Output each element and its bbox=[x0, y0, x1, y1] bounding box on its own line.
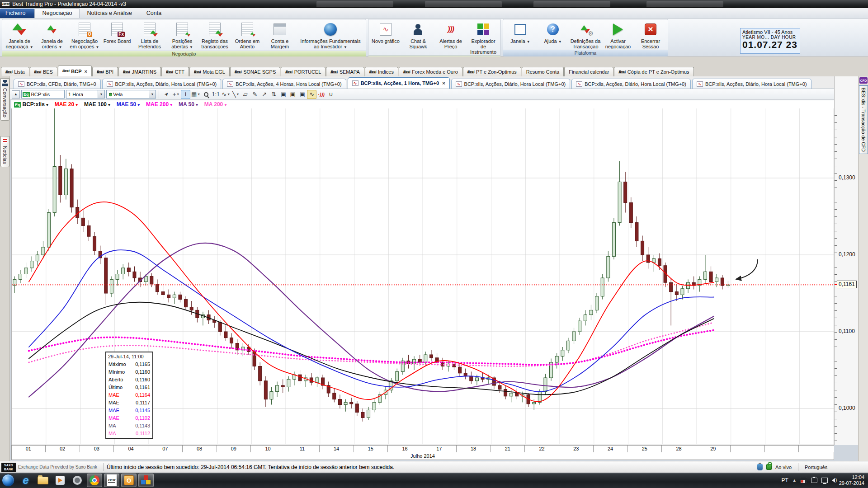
workspace-tab-portucel[interactable]: BestPORTUCEL bbox=[281, 67, 326, 76]
eraser-tool[interactable]: ▱ bbox=[241, 90, 250, 99]
magnet-tool[interactable]: ∪ bbox=[326, 90, 335, 99]
encerrar-sess-o-button[interactable]: ✕Encerrar Sessão bbox=[634, 20, 667, 50]
menu-tab-conta[interactable]: Conta bbox=[139, 9, 169, 18]
price-axis[interactable]: 0,13000,12000,11000,10000,1161 bbox=[834, 76, 858, 445]
activar-negocia-o-button[interactable]: Activar negociação bbox=[602, 20, 634, 50]
sidebar-tab-not-cias[interactable]: Notícias bbox=[0, 136, 9, 167]
registo-das-transac-es-button[interactable]: Registo das transacções bbox=[198, 20, 231, 51]
chart-tab-1[interactable]: ∿BCP:xlis, Acções, Diário, Hora Local (T… bbox=[102, 79, 222, 89]
taskbar-outlook[interactable]: O bbox=[121, 474, 137, 487]
chart-tab-3[interactable]: ∿BCP:xlis, Acções, 1 Hora, TMG+0× bbox=[348, 77, 450, 89]
chart-tab-6[interactable]: ∿BCP:xlis, Acções, Diário, Hora Local (T… bbox=[692, 79, 811, 89]
taskbar-explorer[interactable] bbox=[35, 474, 51, 487]
candle-down bbox=[218, 323, 222, 332]
chart-tab-2[interactable]: ∿BCP:xlis, Acções, 4 Horas, Hora Local (… bbox=[222, 79, 346, 89]
workspace-tab-bpi[interactable]: BestBPI bbox=[92, 67, 118, 76]
news-icon bbox=[2, 138, 8, 144]
taskbar-media-player[interactable] bbox=[52, 474, 68, 487]
alertas-de-pre-o-button[interactable]: )))Alertas de Preço bbox=[434, 20, 467, 55]
conta-e-margem-button[interactable]: Conta e Margem bbox=[264, 20, 296, 51]
sidebar-tab-cfd-trade[interactable]: BES:xlis - Transacção de CFD bbox=[859, 85, 868, 154]
period-select[interactable]: 1 Hora ▼ bbox=[66, 90, 105, 99]
time-axis[interactable]: 0102030407080910111415161718212223242528… bbox=[11, 445, 834, 452]
sidebar-tab-conversa-o[interactable]: Conversação bbox=[0, 78, 9, 121]
workspace-tab-indices[interactable]: BestIndices bbox=[365, 67, 398, 76]
workspace-tab-jmartins[interactable]: BestJMARTINS bbox=[118, 67, 161, 76]
informa-es-fundamentais-ao-investidor-button[interactable]: Informações Fundamentais ao Investidor ▼ bbox=[296, 20, 365, 51]
workspace-tab-c-pia-de-pt-e-zon-optimus[interactable]: BestCópia de PT e Zon-Optimus bbox=[614, 67, 693, 76]
forex-board-button[interactable]: FxForex Board bbox=[101, 20, 133, 51]
chart-tab-0[interactable]: ∿BCP:xlis, CFDs, Diário, TMG+0 bbox=[14, 79, 101, 89]
tray-clock[interactable]: 12:04 29-07-2014 bbox=[839, 474, 864, 486]
chart-window-tool[interactable]: ▣ bbox=[288, 90, 297, 99]
chart-style-select[interactable]: Vela ▼ bbox=[106, 90, 156, 99]
legend-symbol[interactable]: EqBCP:xlis ▾ bbox=[13, 101, 48, 108]
taskbar-best-trading[interactable]: Best bbox=[104, 474, 119, 487]
tray-language-indicator[interactable]: PT bbox=[781, 477, 788, 483]
taskbar-app-ring[interactable] bbox=[70, 474, 85, 487]
workspace-tab-semapa[interactable]: BestSEMAPA bbox=[326, 67, 364, 76]
workspace-tab-pt-e-zon-optimus[interactable]: BestPT e Zon-Optimus bbox=[463, 67, 521, 76]
workspace-tab-financial-calendar[interactable]: Financial calendar bbox=[564, 67, 613, 76]
measure-tool[interactable]: ↗ bbox=[259, 90, 269, 99]
action-center-icon[interactable] bbox=[801, 478, 807, 483]
workspace-tab-sonae-sgps[interactable]: BestSONAE SGPS bbox=[230, 67, 280, 76]
percent-change-tool[interactable]: ⇅ bbox=[269, 90, 278, 99]
workspace-tab-resumo-conta[interactable]: Resumo Conta bbox=[522, 67, 564, 76]
indicator-tool[interactable]: ∿▼ bbox=[221, 90, 231, 99]
trendline-tool[interactable]: ╲▼ bbox=[231, 90, 241, 99]
legend-item-mae-20[interactable]: MAE 20 ▾ bbox=[55, 101, 78, 108]
taskbar-chrome[interactable] bbox=[87, 474, 102, 487]
janela-de-negocia--button[interactable]: Janela de negociaçã ▼ bbox=[3, 20, 36, 51]
close-icon[interactable]: × bbox=[442, 80, 445, 86]
menu-tab-ficheiro[interactable]: Ficheiro bbox=[0, 9, 34, 18]
taskbar-internet-explorer[interactable]: e bbox=[18, 474, 33, 487]
workspace-tab-lista[interactable]: BestLista bbox=[1, 67, 29, 76]
legend-item-ma-200[interactable]: MA 200 ▾ bbox=[204, 101, 226, 108]
menu-tab-negocia-o[interactable]: Negociação bbox=[34, 8, 80, 18]
wave-indicator-tool[interactable]: ∿ bbox=[307, 90, 316, 99]
lista-de-preferidos-button[interactable]: Lista de Preferidos bbox=[133, 20, 166, 51]
menu-tab-not-cias-e-an-lise[interactable]: Notícias e Análise bbox=[80, 9, 139, 18]
collapse-toolbar-button[interactable]: ▲ bbox=[12, 90, 20, 99]
chart-overlay-tool[interactable]: ▣ bbox=[297, 90, 307, 99]
grid-tool[interactable]: ▦▼ bbox=[190, 90, 201, 99]
legend-item-mae-100[interactable]: MAE 100 ▾ bbox=[84, 101, 110, 108]
novo-gr-fico-button[interactable]: ∿Novo gráfico bbox=[369, 20, 402, 55]
explorador-de-instrumento-button[interactable]: Explorador de Instrumento bbox=[467, 20, 500, 55]
workspace-tab-bcp[interactable]: BestBCP× bbox=[58, 66, 92, 76]
legend-item-ma-50[interactable]: MA 50 ▾ bbox=[179, 101, 198, 108]
negocia-o-em-op-es-button[interactable]: ONegociação em opções ▼ bbox=[68, 20, 101, 51]
tray-show-hidden-icons[interactable]: ▲ bbox=[793, 478, 797, 483]
chart-tab-5[interactable]: ∿BCP:xlis, Acções, Diário, Hora Local (T… bbox=[571, 79, 691, 89]
pointer-tool[interactable]: ➤ bbox=[162, 90, 171, 99]
workspace-tab-forex-moeda-e-ouro[interactable]: BestForex Moeda e Ouro bbox=[399, 67, 462, 76]
power-icon[interactable] bbox=[811, 478, 817, 483]
defini-es-da-transac-o-button[interactable]: ⚙Definições da Transacção bbox=[569, 20, 602, 50]
info-tool[interactable]: i bbox=[181, 90, 190, 99]
chart-tab-4[interactable]: ∿BCP:xlis, Acções, Diário, Hora Local (T… bbox=[451, 79, 571, 89]
legend-item-mae-200[interactable]: MAE 200 ▾ bbox=[146, 101, 172, 108]
one-to-one-tool[interactable]: 1:1 bbox=[211, 90, 221, 99]
posi-es-abertas-button[interactable]: Posições abertas ▼ bbox=[166, 20, 198, 51]
ordens-em-aberto-button[interactable]: Ordens em Aberto bbox=[231, 20, 264, 51]
legend-item-mae-50[interactable]: MAE 50 ▾ bbox=[117, 101, 140, 108]
workspace-tab-mota-egl[interactable]: BestMota EGL bbox=[189, 67, 230, 76]
workspace-tab-bes[interactable]: BestBES bbox=[30, 67, 57, 76]
price-alert-tool[interactable]: ·))) bbox=[316, 90, 326, 99]
crosshair-tool[interactable]: +▼ bbox=[171, 90, 181, 99]
draw-tool[interactable]: ✎ bbox=[250, 90, 259, 99]
network-icon[interactable] bbox=[821, 478, 828, 483]
workspace-tab-ctt[interactable]: BestCTT bbox=[161, 67, 189, 76]
close-icon[interactable]: × bbox=[85, 69, 87, 74]
start-button[interactable] bbox=[2, 474, 14, 487]
janela-button[interactable]: Janela ▼ bbox=[504, 20, 537, 50]
chat-squawk-button[interactable]: Chat & Squawk bbox=[402, 20, 434, 55]
taskbar-app-cubes[interactable] bbox=[138, 474, 154, 487]
volume-icon[interactable] bbox=[832, 478, 835, 483]
janela-de-ordens-button[interactable]: Janela de ordens ▼ bbox=[36, 20, 68, 51]
zoom-tool[interactable] bbox=[201, 90, 211, 99]
ajuda-button[interactable]: ?Ajuda ▼ bbox=[537, 20, 569, 50]
symbol-input[interactable]: Eq BCP:xlis bbox=[21, 90, 65, 99]
chart-snapshot-tool[interactable]: ▣ bbox=[278, 90, 288, 99]
